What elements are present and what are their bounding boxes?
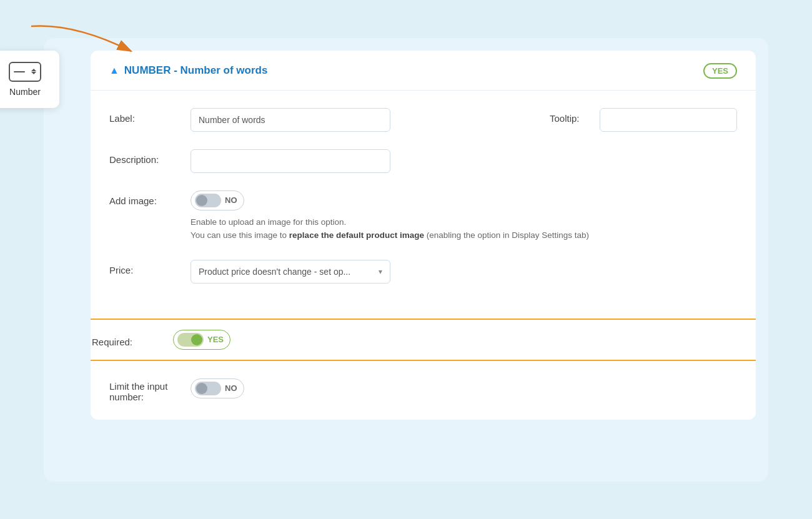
icon-arrows [31,69,36,74]
number-card-icon [9,62,41,82]
description-row: Description: [109,149,737,173]
add-image-toggle-track[interactable] [195,194,221,207]
price-row: Price: Product price doesn't change - se… [109,260,737,284]
label-input[interactable] [191,108,390,132]
add-image-desc-line2-prefix: You can use this image to [191,230,289,240]
add-image-row: Add image: NO Enable to upload an image … [109,190,737,242]
header-yes-badge[interactable]: YES [703,63,737,79]
tooltip-section: Tooltip: [550,108,737,132]
required-control-area: YES [173,330,755,350]
description-control-area [191,149,737,173]
limit-toggle-label: NO [225,383,237,393]
add-image-description: Enable to upload an image for this optio… [191,215,737,242]
required-toggle-thumb [191,334,202,345]
limit-label: Limit the input number: [109,378,191,402]
arrow-decoration [25,20,150,64]
main-panel: ▲ NUMBER - Number of words YES Label: To… [91,51,756,420]
add-image-toggle-label: NO [225,195,237,205]
number-card-label: Number [9,87,41,97]
add-image-control-area: NO Enable to upload an image for this op… [191,190,737,242]
required-toggle[interactable]: YES [173,330,230,350]
limit-toggle[interactable]: NO [191,378,244,398]
label-control-area [191,108,525,132]
add-image-toggle-thumb [196,195,207,206]
limit-toggle-thumb [196,383,207,394]
price-label: Price: [109,260,191,275]
limit-section: Limit the input number: NO [91,378,756,420]
price-dropdown[interactable]: Product price doesn't change - set op...… [191,260,390,284]
limit-toggle-track[interactable] [195,382,221,395]
icon-line [14,71,25,72]
label-field-label: Label: [109,108,191,124]
arrow-down-icon [31,72,36,74]
add-image-desc-suffix: (enabling the option in Display Settings… [424,230,589,240]
price-control-area: Product price doesn't change - set op...… [191,260,737,284]
price-dropdown-value: Product price doesn't change - set op... [199,267,350,277]
description-label: Description: [109,149,191,165]
collapse-icon[interactable]: ▲ [109,65,119,76]
required-row: Required: YES [92,330,755,350]
add-image-desc-bold: replace the default product image [289,230,424,240]
tooltip-input[interactable] [600,108,737,132]
label-tooltip-row: Label: Tooltip: [109,108,737,132]
limit-row: Limit the input number: NO [109,378,737,402]
outer-container: Number ▲ NUMBER - Number of words YES La… [44,38,768,482]
add-image-toggle[interactable]: NO [191,190,244,210]
limit-control-area: NO [191,378,737,398]
panel-title: NUMBER - Number of words [124,64,268,77]
required-row-wrapper: Required: YES [91,319,756,361]
description-input[interactable] [191,149,390,173]
add-image-desc-line1: Enable to upload an image for this optio… [191,217,346,227]
required-toggle-track[interactable] [177,333,204,347]
tooltip-label: Tooltip: [550,108,600,124]
form-content: Label: Tooltip: Description: Add image: [91,91,756,319]
panel-header-left: ▲ NUMBER - Number of words [109,64,267,77]
required-label: Required: [92,332,173,347]
add-image-label: Add image: [109,190,191,206]
required-toggle-label: YES [207,335,224,344]
arrow-up-icon [31,69,36,71]
chevron-down-icon: ▾ [379,267,382,276]
panel-header: ▲ NUMBER - Number of words YES [91,51,756,91]
